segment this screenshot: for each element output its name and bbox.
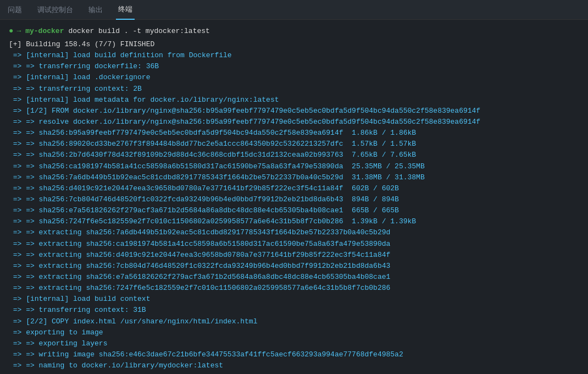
tab-debug-console[interactable]: 调试控制台 — [35, 1, 75, 19]
prompt-dot: ● — [9, 25, 13, 37]
prompt-name: my-docker — [25, 26, 64, 37]
output-line: => [internal] load .dockerignore — [9, 72, 579, 83]
output-line: => => transferring context: 31B — [9, 305, 579, 316]
output-line: => => extracting sha256:7cb804d746d48520… — [9, 261, 579, 272]
output-line: => => transferring dockerfile: 36B — [9, 61, 579, 72]
tab-bar: 问题 调试控制台 输出 终端 — [0, 0, 588, 20]
output-line: => => naming to docker.io/library/mydock… — [9, 360, 579, 371]
output-line: => [internal] load build context — [9, 294, 579, 305]
output-line: => => extracting sha256:ca1981974b581a41… — [9, 239, 579, 250]
output-line: => => sha256:d4019c921e20447eea3c9658bd0… — [9, 183, 579, 194]
output-line: => => sha256:7a6db449b51b92eac5c81cdbd82… — [9, 172, 579, 183]
terminal-output: [+] Building 158.4s (7/7) FINISHED => [i… — [9, 39, 579, 371]
output-line: => => sha256:e7a561826262f279acf3a671b2d… — [9, 205, 579, 216]
output-line: => => extracting sha256:d4019c921e20447e… — [9, 250, 579, 261]
tab-output[interactable]: 输出 — [86, 1, 105, 19]
output-line: => [1/2] FROM docker.io/library/nginx@sh… — [9, 106, 579, 117]
output-line: => => exporting layers — [9, 338, 579, 349]
output-line: => => sha256:89020cd33be2767f3f894484b8d… — [9, 139, 579, 150]
output-line: [+] Building 158.4s (7/7) FINISHED — [9, 39, 579, 50]
output-line: => => resolve docker.io/library/nginx@sh… — [9, 117, 579, 128]
output-line: => => extracting sha256:7a6db449b51b92ea… — [9, 227, 579, 238]
output-line: => => sha256:ca1981974b581a41cc58598a6b5… — [9, 161, 579, 172]
output-line: => => sha256:7cb804d746d48520f1c0322fcda… — [9, 194, 579, 205]
output-line: => [2/2] COPY index.html /usr/share/ngin… — [9, 316, 579, 327]
output-line: => => sha256:7247f6e5c182559e2f7c010c115… — [9, 216, 579, 227]
output-line: => => writing image sha256:e46c3dae67c21… — [9, 349, 579, 360]
output-line: => => extracting sha256:e7a561826262f279… — [9, 272, 579, 283]
output-line: => [internal] load build definition from… — [9, 50, 579, 61]
output-line: => exporting to image — [9, 327, 579, 338]
prompt-arrow: → — [16, 26, 21, 37]
output-line: => => transferring context: 2B — [9, 84, 579, 95]
output-line: => => sha256:2b7d6430f78d432f89109b29d88… — [9, 150, 579, 161]
tab-terminal[interactable]: 终端 — [116, 0, 135, 20]
terminal-area[interactable]: ● → my-docker docker build . -t mydocker… — [0, 20, 588, 374]
tab-problems[interactable]: 问题 — [5, 1, 24, 19]
output-line: => [internal] load metadata for docker.i… — [9, 95, 579, 106]
command-text: docker build . -t mydocker:latest — [68, 26, 209, 37]
command-line: ● → my-docker docker build . -t mydocker… — [9, 25, 579, 37]
output-line: => => sha256:b95a99feebf7797479e0c5eb5ec… — [9, 128, 579, 139]
output-line: => => extracting sha256:7247f6e5c182559e… — [9, 283, 579, 294]
